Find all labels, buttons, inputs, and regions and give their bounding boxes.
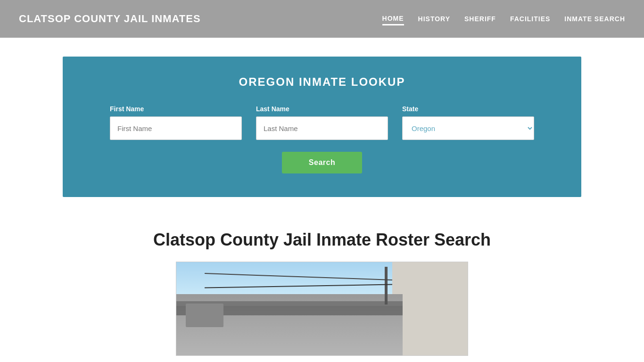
building-shadow xyxy=(176,306,403,315)
state-select[interactable]: Oregon xyxy=(402,116,534,140)
nav-item-home[interactable]: HOME xyxy=(382,13,404,25)
search-section: OREGON INMATE LOOKUP First Name Last Nam… xyxy=(63,57,581,197)
site-title: CLATSOP COUNTY JAIL INMATES xyxy=(19,13,201,25)
form-fields: First Name Last Name State Oregon xyxy=(91,105,553,140)
search-form: First Name Last Name State Oregon Search xyxy=(91,105,553,173)
page-heading: Clatsop County Jail Inmate Roster Search xyxy=(19,230,625,250)
nav-item-facilities[interactable]: FACILITIES xyxy=(510,13,550,25)
building-image xyxy=(176,262,468,356)
main-nav: HOME HISTORY SHERIFF FACILITIES INMATE S… xyxy=(382,13,625,25)
first-name-label: First Name xyxy=(110,105,242,113)
last-name-group: Last Name xyxy=(256,105,388,140)
first-name-group: First Name xyxy=(110,105,242,140)
concrete-wall xyxy=(392,262,468,355)
search-section-title: OREGON INMATE LOOKUP xyxy=(91,75,553,89)
site-header: CLATSOP COUNTY JAIL INMATES HOME HISTORY… xyxy=(0,0,644,38)
nav-item-sheriff[interactable]: SHERIFF xyxy=(464,13,496,25)
search-button[interactable]: Search xyxy=(282,152,362,173)
state-group: State Oregon xyxy=(402,105,534,140)
nav-item-history[interactable]: HISTORY xyxy=(418,13,450,25)
ac-unit xyxy=(190,306,212,322)
overhang xyxy=(176,301,403,306)
state-label: State xyxy=(402,105,534,113)
main-content: Clatsop County Jail Inmate Roster Search xyxy=(0,216,644,362)
antenna-pole xyxy=(385,267,388,304)
last-name-input[interactable] xyxy=(256,116,388,140)
last-name-label: Last Name xyxy=(256,105,388,113)
nav-item-inmate-search[interactable]: INMATE SEARCH xyxy=(564,13,625,25)
first-name-input[interactable] xyxy=(110,116,242,140)
